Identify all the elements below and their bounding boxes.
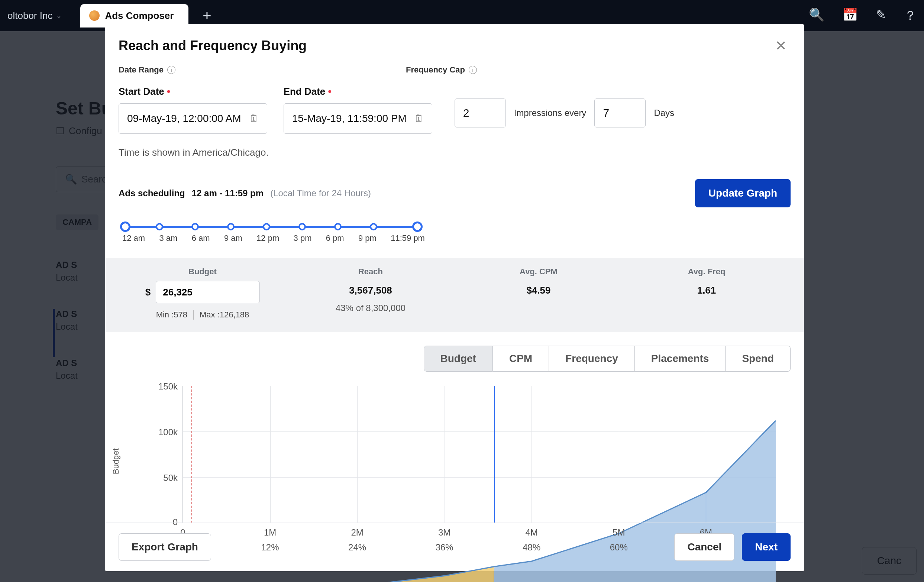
budget-header: Budget — [188, 267, 217, 277]
slider-tick: 6 pm — [326, 233, 344, 243]
next-button[interactable]: Next — [742, 533, 790, 561]
chart-tab-budget[interactable]: Budget — [424, 346, 493, 372]
reach-value: 3,567,508 — [287, 285, 455, 296]
chart-tab-placements[interactable]: Placements — [635, 346, 726, 372]
start-date-value: 09-May-19, 12:00:00 AM — [127, 113, 241, 125]
update-graph-button[interactable]: Update Graph — [695, 179, 790, 208]
min-line — [191, 386, 192, 523]
start-date-label: Start Date • — [119, 86, 269, 97]
calendar-icon[interactable]: 📅 — [842, 7, 858, 24]
new-tab-button[interactable]: + — [196, 8, 218, 23]
slider-tick: 12 am — [122, 233, 145, 243]
org-name: oltobor Inc — [7, 10, 53, 21]
ads-scheduling-time: 12 am - 11:59 pm — [192, 188, 264, 198]
days-label: Days — [654, 108, 674, 118]
chart-tabs: BudgetCPMFrequencyPlacementsSpend — [119, 346, 790, 372]
slider-tick: 9 am — [224, 233, 243, 243]
modal-footer: Export Graph Cancel Next — [105, 523, 804, 571]
calendar-icon[interactable]: 🗓 — [414, 113, 424, 125]
tab-label: Ads Composer — [105, 10, 173, 21]
chart-tab-cpm[interactable]: CPM — [493, 346, 549, 372]
help-icon[interactable]: ？ — [904, 7, 917, 24]
info-icon[interactable]: i — [167, 66, 175, 74]
info-icon[interactable]: i — [469, 66, 477, 74]
topbar-icons: 🔍 📅 ✎ ？ — [809, 7, 917, 24]
slider-tick: 12 pm — [256, 233, 279, 243]
reach-sub: 43% of 8,300,000 — [287, 303, 455, 313]
start-date-input[interactable]: 09-May-19, 12:00:00 AM 🗓 — [119, 103, 267, 134]
slider-tick: 6 am — [192, 233, 210, 243]
chart-tab-frequency[interactable]: Frequency — [549, 346, 635, 372]
cpm-header: Avg. CPM — [455, 267, 622, 277]
freq-header: Avg. Freq — [622, 267, 790, 277]
budget-range: Min :578Max :126,188 — [156, 310, 249, 320]
ads-scheduling-note: (Local Time for 24 Hours) — [270, 188, 371, 198]
current-line[interactable] — [494, 386, 495, 523]
app-icon — [89, 10, 100, 21]
export-graph-button[interactable]: Export Graph — [119, 533, 211, 561]
ads-scheduling-label: Ads scheduling — [119, 188, 185, 198]
reach-header: Reach — [287, 267, 455, 277]
cancel-button[interactable]: Cancel — [674, 533, 734, 561]
impressions-input[interactable]: 2 — [455, 99, 506, 127]
calendar-icon[interactable]: 🗓 — [249, 113, 259, 125]
days-input[interactable]: 7 — [594, 99, 646, 127]
search-icon[interactable]: 🔍 — [809, 7, 824, 24]
org-switch[interactable]: oltobor Inc ⌄ — [7, 10, 62, 21]
modal-title: Reach and Frequency Buying — [119, 38, 307, 53]
impressions-label: Impressions every — [514, 108, 586, 118]
budget-input[interactable] — [156, 281, 260, 303]
slider-tick: 3 am — [159, 233, 177, 243]
freq-value: 1.61 — [622, 285, 790, 296]
edit-icon[interactable]: ✎ — [876, 7, 886, 24]
slider-tick: 11:59 pm — [391, 233, 425, 243]
chevron-down-icon: ⌄ — [56, 12, 62, 20]
chart-tab-spend[interactable]: Spend — [726, 346, 790, 372]
rf-modal: Reach and Frequency Buying ✕ Date Rangei… — [105, 24, 804, 571]
slider-track — [122, 226, 420, 228]
slider-tick: 3 pm — [294, 233, 312, 243]
close-icon[interactable]: ✕ — [775, 38, 787, 54]
end-date-value: 15-May-19, 11:59:00 PM — [292, 113, 407, 125]
currency-symbol: $ — [145, 287, 150, 298]
end-date-label: End Date • — [284, 86, 432, 97]
date-range-label: Date Rangei — [119, 65, 175, 75]
timezone-note: Time is shown in America/Chicago. — [119, 146, 269, 159]
slider-tick: 9 pm — [358, 233, 376, 243]
cpm-value: $4.59 — [455, 285, 622, 296]
time-slider[interactable]: 12 am3 am6 am9 am12 pm3 pm6 pm9 pm11:59 … — [119, 226, 790, 243]
end-date-input[interactable]: 15-May-19, 11:59:00 PM 🗓 — [284, 103, 432, 134]
frequency-cap-label: Frequency Capi — [406, 65, 477, 75]
y-axis-label: Budget — [111, 448, 121, 475]
metrics-bar: Budget $ Min :578Max :126,188 Reach 3,56… — [105, 258, 804, 332]
